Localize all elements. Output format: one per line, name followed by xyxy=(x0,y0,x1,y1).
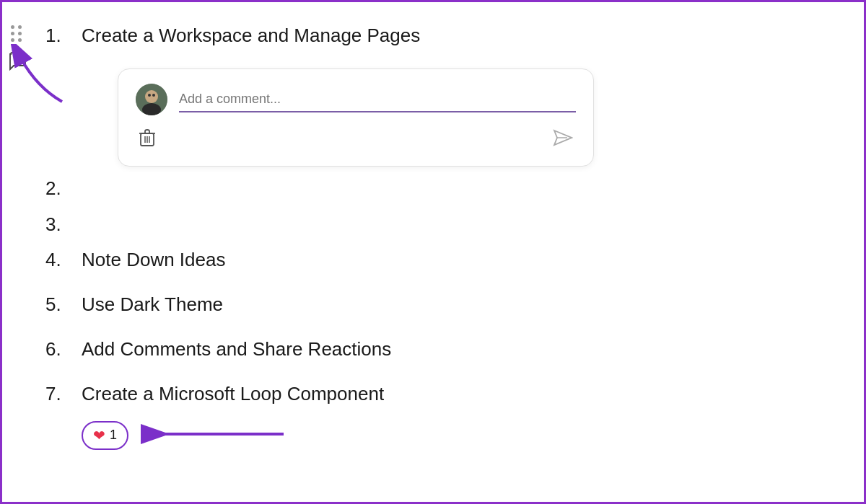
reaction-row: ❤ 1 xyxy=(45,421,821,450)
comment-box xyxy=(118,68,594,167)
item-text: Note Down Ideas xyxy=(82,248,225,273)
reaction-count: 1 xyxy=(110,428,117,443)
list-item-5: 5. Use Dark Theme xyxy=(45,293,821,317)
item-text: Add Comments and Share Reactions xyxy=(82,337,391,362)
comment-actions xyxy=(136,128,576,151)
item-number: 3. xyxy=(45,213,82,237)
list-item-4: 4. Note Down Ideas xyxy=(45,248,821,273)
reaction-badge[interactable]: ❤ 1 xyxy=(82,421,128,450)
svg-point-8 xyxy=(152,94,155,97)
comment-input-row xyxy=(136,84,576,115)
item-text: Create a Microsoft Loop Component xyxy=(82,382,384,407)
grid-dots-icon xyxy=(11,25,22,42)
item-number: 4. xyxy=(45,248,82,273)
item-text: Create a Workspace and Manage Pages xyxy=(82,24,420,48)
item-text: Use Dark Theme xyxy=(82,293,223,317)
list-item-3: 3. xyxy=(45,213,821,237)
item-number: 6. xyxy=(45,337,82,362)
send-icon[interactable] xyxy=(553,129,573,151)
comment-input-wrapper[interactable] xyxy=(179,86,576,112)
item-number: 5. xyxy=(45,293,82,317)
svg-point-7 xyxy=(148,94,151,97)
avatar xyxy=(136,84,167,115)
list-item-6: 6. Add Comments and Share Reactions xyxy=(45,337,821,362)
item-number: 7. xyxy=(45,382,82,407)
item-number: 2. xyxy=(45,177,82,201)
main-content: 1. Create a Workspace and Manage Pages 2… xyxy=(2,2,864,472)
comment-input[interactable] xyxy=(179,92,576,112)
numbered-list: 1. Create a Workspace and Manage Pages 2… xyxy=(45,24,821,407)
list-item-7: 7. Create a Microsoft Loop Component xyxy=(45,382,821,407)
list-item: 1. Create a Workspace and Manage Pages xyxy=(45,24,821,48)
heart-icon: ❤ xyxy=(93,427,105,444)
arrow-annotation-reaction xyxy=(132,414,291,436)
list-item-2: 2. xyxy=(45,68,821,174)
trash-icon[interactable] xyxy=(139,128,156,151)
svg-point-5 xyxy=(145,90,158,103)
arrow-annotation-chat xyxy=(8,44,73,112)
list-item-2-num: 2. xyxy=(45,177,821,201)
